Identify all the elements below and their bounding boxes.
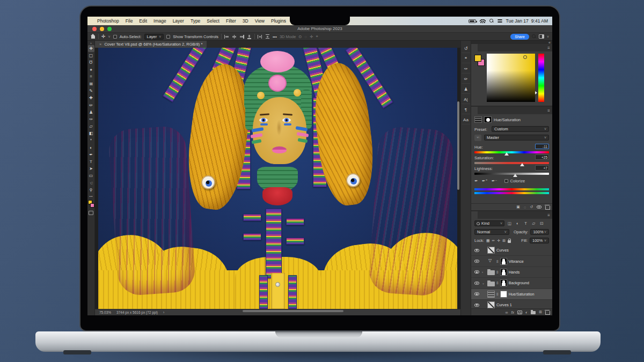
fill-dropdown[interactable]: 100%˅ — [530, 238, 549, 243]
menu-item[interactable]: Filter — [223, 18, 239, 24]
dodge-tool-icon[interactable]: ◐ — [88, 144, 94, 151]
blur-tool-icon[interactable]: ❜ — [88, 137, 94, 144]
lock-all-icon[interactable] — [508, 240, 511, 243]
chevron-down-icon[interactable]: ˅ — [547, 35, 549, 39]
link-layers-icon[interactable]: ∞ — [505, 311, 508, 314]
align-bottom-icon[interactable] — [247, 34, 252, 39]
panel-tab[interactable] — [484, 44, 491, 51]
new-adjustment-icon[interactable]: ◐ — [525, 311, 528, 314]
new-group-icon[interactable] — [531, 311, 536, 314]
panel-tab[interactable] — [484, 211, 491, 219]
preset-dropdown[interactable]: Custom˅ — [492, 126, 549, 132]
Hue/Saturation[interactable]: 8 Hue/Saturation — [471, 289, 552, 300]
hue-strip[interactable] — [538, 54, 544, 102]
filter-adjustment-layers-icon[interactable]: ◐ — [515, 221, 521, 226]
menu-item[interactable]: Plugins — [268, 18, 289, 24]
panel-tab[interactable] — [478, 211, 484, 219]
spotlight-icon[interactable] — [489, 19, 494, 23]
Curves 1[interactable]: 8 Curves 1 — [471, 300, 552, 308]
visibility-eye-icon[interactable] — [537, 205, 541, 209]
paragraph-panel-icon[interactable]: ¶ — [462, 105, 470, 114]
battery-icon[interactable] — [469, 19, 476, 23]
delete-adjustment-icon[interactable] — [545, 205, 549, 209]
move-tool-option-icon[interactable]: ✛ — [101, 34, 106, 39]
color-saturation-square[interactable] — [487, 54, 535, 102]
eyedropper-icon[interactable]: ✒ — [474, 179, 478, 183]
lightness-slider-thumb[interactable] — [513, 174, 517, 177]
eyedropper-plus-icon[interactable]: ✒⁺ — [482, 179, 488, 183]
toolbar-collapse-chevron[interactable]: » — [90, 41, 92, 45]
panel-menu-icon[interactable]: ≡ — [547, 46, 552, 50]
screen-mode-icon[interactable] — [89, 211, 93, 215]
type-tool-icon[interactable]: T — [88, 158, 94, 165]
channel-dropdown[interactable]: Master˅ — [484, 135, 549, 141]
filter-type-layers-icon[interactable]: T — [523, 221, 529, 226]
layer-mask-thumbnail[interactable] — [500, 291, 507, 298]
filter-shape-layers-icon[interactable]: ▱ — [531, 221, 537, 226]
menu-item[interactable]: Edit — [136, 18, 150, 24]
lock-artboard-icon[interactable]: ⊞ — [502, 239, 506, 243]
close-tab-icon[interactable]: × — [99, 42, 101, 47]
opacity-dropdown[interactable]: 100%˅ — [530, 229, 549, 235]
filter-smart-objects-icon[interactable]: ⊡ — [539, 221, 545, 226]
auto-select-checkbox[interactable] — [113, 35, 117, 39]
group-expander-icon[interactable] — [482, 270, 486, 274]
saturation-value-input[interactable]: +25 — [535, 154, 549, 160]
status-arrow-icon[interactable]: › — [163, 311, 164, 314]
canvas-area[interactable] — [95, 48, 460, 309]
filter-pixel-layers-icon[interactable]: ◫ — [507, 221, 513, 226]
layer-visibility-eye-icon[interactable] — [474, 304, 479, 307]
menu-item[interactable]: Photoshop — [94, 18, 122, 24]
hand-tool-icon[interactable]: ☜ — [88, 180, 94, 187]
delete-layer-icon[interactable] — [545, 310, 549, 314]
eraser-tool-icon[interactable]: ▱ — [88, 123, 94, 130]
layer-name[interactable]: Vibrance — [509, 259, 524, 264]
saturation-slider[interactable] — [474, 162, 549, 164]
brush-settings-panel-icon[interactable]: ✑ — [462, 64, 470, 73]
eyedropper-minus-icon[interactable]: ✒⁻ — [492, 179, 497, 183]
Curves[interactable]: 8 Curves — [471, 245, 552, 256]
lightness-slider[interactable] — [474, 173, 549, 175]
pen-tool-icon[interactable]: ✒ — [88, 151, 94, 158]
layer-mask-thumbnail[interactable] — [500, 279, 507, 286]
menu-item[interactable]: View — [252, 18, 268, 24]
add-mask-icon[interactable] — [517, 311, 522, 314]
panel-tab[interactable] — [478, 44, 484, 51]
menu-item[interactable]: File — [122, 18, 136, 24]
zoom-tool-icon[interactable]: ⚲ — [88, 187, 94, 194]
lasso-tool-icon[interactable]: ℧ — [88, 59, 94, 66]
new-layer-icon[interactable]: ⊞ — [539, 310, 542, 314]
eyedropper-tool-icon[interactable]: ✎ — [88, 87, 94, 94]
history-brush-tool-icon[interactable]: ✑ — [88, 116, 94, 123]
menubar-time[interactable]: 9:41 AM — [531, 18, 548, 24]
distribute-h-icon[interactable] — [258, 34, 262, 39]
crop-tool-icon[interactable]: ⌗ — [88, 73, 94, 80]
path-select-tool-icon[interactable]: ➤ — [88, 165, 94, 172]
character-panel-icon[interactable]: A| — [462, 95, 470, 104]
comments-panel-icon[interactable]: ❝ — [462, 54, 470, 63]
menu-item[interactable]: Select — [203, 18, 223, 24]
align-right-icon[interactable] — [239, 34, 244, 39]
menu-item[interactable]: 3D — [239, 18, 252, 24]
panel-tab[interactable] — [471, 44, 478, 51]
layer-visibility-eye-icon[interactable] — [474, 249, 479, 252]
menubar-date[interactable]: Tue Jan 17 — [506, 18, 529, 24]
targeted-adjustment-icon[interactable]: ☜ — [474, 135, 481, 141]
layer-mask-thumbnail[interactable] — [500, 258, 507, 265]
document-tab[interactable]: × Cover Text V8.psd @ 68% (Hue/Saturatio… — [95, 41, 207, 48]
toolbar-more-icon[interactable]: ••• — [89, 195, 92, 198]
chevron-down-icon[interactable]: ˅ — [108, 35, 111, 39]
layer-visibility-eye-icon[interactable] — [474, 292, 479, 295]
layer-name[interactable]: Curves 1 — [496, 302, 512, 307]
Hands[interactable]: 8 Hands — [471, 267, 552, 278]
move-tool-icon[interactable]: ✛ — [88, 45, 94, 52]
canvas-horizontal-scrollbar[interactable] — [243, 310, 343, 312]
layer-visibility-eye-icon[interactable] — [474, 260, 479, 263]
more-options-icon[interactable]: ••• — [273, 34, 277, 39]
menu-item[interactable]: Image — [150, 18, 170, 24]
canvas-vertical-scrollbar[interactable] — [457, 101, 459, 190]
search-icon[interactable] — [532, 34, 536, 39]
align-left-icon[interactable] — [224, 34, 229, 39]
gradient-tool-icon[interactable]: ◧ — [88, 130, 94, 137]
clone-source-panel-icon[interactable]: ♟ — [462, 85, 470, 94]
